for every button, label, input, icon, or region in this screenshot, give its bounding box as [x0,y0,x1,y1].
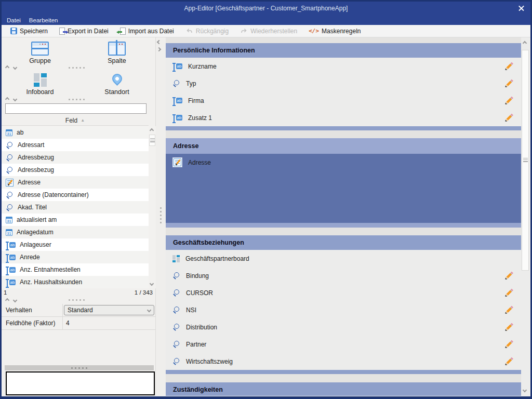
field-list-item[interactable]: Anlagedatum [2,226,149,238]
edit-pencil-icon[interactable] [503,271,514,281]
collapse-down-icon[interactable] [13,298,17,302]
palette-item-infoboard[interactable]: Infoboard [2,71,78,96]
layout-item[interactable]: Partner [166,336,521,353]
palette-item-spalte[interactable]: Spalte [78,39,155,64]
panel-splitter[interactable] [156,37,166,396]
edit-pencil-icon[interactable] [503,356,514,367]
import-button[interactable]: Import aus Datei [114,25,180,37]
drag-handle-icon[interactable] [68,299,86,301]
field-list-item[interactable]: Anz. Haushaltskunden [2,276,149,288]
lookup-field-icon [172,357,180,365]
canvas-scrollbar[interactable] [521,37,530,396]
collapse-up-icon[interactable] [5,65,9,70]
drag-handle-icon[interactable] [68,98,86,101]
layout-item[interactable]: Kurzname [166,58,521,75]
field-list-item[interactable]: Adresse [2,176,149,189]
item-label: Wirtschaftszweig [186,358,498,365]
section-header[interactable]: Persönliche Informationen [166,43,521,58]
drag-handle-icon[interactable] [159,206,162,225]
section-footer [166,126,521,130]
edit-pencil-icon[interactable] [503,78,514,89]
field-column-header[interactable]: Feld ▲ [2,115,149,126]
scroll-down-icon[interactable] [150,282,154,286]
section-body: Geschäftspartnerboard Bindung CURSOR NSI… [166,250,521,370]
field-list-item[interactable]: aktualisiert am [2,214,149,226]
edit-pencil-icon[interactable] [503,322,514,332]
field-list-item[interactable]: Adressbezug [2,164,149,176]
item-label: Distribution [186,324,498,331]
layout-item[interactable]: Firma [166,92,521,109]
menu-item-bearbeiten[interactable]: Bearbeiten [29,17,58,23]
export-button[interactable]: Export in Datei [54,25,114,37]
field-list-item[interactable]: Adressart [2,139,149,151]
preview-box[interactable] [6,371,155,395]
text-field-icon [6,267,16,273]
section-body: Adresse [166,154,521,223]
layout-item[interactable]: NSI [166,301,521,318]
edit-pencil-icon[interactable] [503,96,514,106]
address-form-icon [174,158,181,166]
sort-ascending-icon: ▲ [81,118,85,123]
scroll-up-icon[interactable] [523,41,527,45]
palette-item-standort[interactable]: Standort [78,71,155,96]
item-label: Partner [186,341,498,348]
mask-rules-button[interactable]: </> Maskenregeln [303,25,366,37]
layout-item[interactable]: Wirtschaftszweig [166,353,521,370]
collapse-down-icon[interactable] [13,97,17,101]
drag-handle-icon[interactable] [68,66,86,69]
palette-item-gruppe[interactable]: Gruppe [2,39,78,64]
layout-item[interactable]: Typ [166,75,521,92]
property-value[interactable]: 4 [63,320,156,327]
menu-item-datei[interactable]: Datei [7,17,21,23]
scrollbar-thumb[interactable] [522,50,529,271]
layout-item[interactable]: Geschäftspartnerboard [166,250,521,267]
layout-item[interactable]: Bindung [166,267,521,284]
section-header[interactable]: Adresse [166,138,521,154]
list-properties-splitter[interactable] [2,297,156,303]
property-row: Verhalten Standard [2,304,156,317]
scroll-up-icon[interactable] [150,128,154,132]
undo-label: Rückgängig [196,28,229,35]
collapse-up-icon[interactable] [5,298,9,302]
palette-label: Gruppe [29,57,51,64]
field-list-item[interactable]: Anz. Entnahmestellen [2,263,149,276]
field-list-scrollbar[interactable] [149,126,156,288]
edit-pencil-icon[interactable] [503,113,514,123]
collapse-up-icon[interactable] [5,97,9,101]
layout-item[interactable]: Adresse [166,154,521,171]
lookup-field-icon [172,323,180,331]
edit-pencil-icon[interactable] [503,61,514,72]
field-label: aktualisiert am [17,216,57,223]
collapse-down-icon[interactable] [13,65,17,70]
edit-pencil-icon[interactable] [503,288,514,298]
section-header[interactable]: Geschäftsbeziehungen [166,235,521,250]
page-left-icon[interactable] [157,40,161,44]
column-header-label: Feld [65,117,77,124]
edit-pencil-icon[interactable] [503,305,514,315]
field-label: Adressbezug [18,166,54,174]
field-list-item[interactable]: ab [2,126,149,139]
field-list-item[interactable]: Adresse (Datencontainer) [2,189,149,201]
field-search-input[interactable] [5,103,147,114]
section-header[interactable]: Zuständigkeiten [166,382,521,396]
page-right-icon[interactable] [157,47,161,51]
field-list-item[interactable]: Anrede [2,251,149,263]
field-list-item[interactable]: Adressbezug [2,151,149,164]
layout-item[interactable]: CURSOR [166,284,521,301]
app-window: App-Editor [Geschäftspartner - Customer_… [0,0,532,399]
save-button[interactable]: Speichern [5,25,54,37]
lookup-field-icon [6,204,14,211]
scroll-down-icon[interactable] [523,388,527,392]
scrollbar-thumb[interactable] [149,135,155,146]
palette-splitter[interactable] [2,64,155,71]
edit-pencil-icon[interactable] [503,339,514,350]
layout-item[interactable]: Zusatz 1 [166,109,521,126]
palette-splitter[interactable] [2,96,155,102]
verhalten-dropdown[interactable]: Standard [64,305,154,315]
field-list-item[interactable]: Akad. Titel [2,201,149,214]
close-icon[interactable] [517,4,526,13]
field-list-item[interactable]: Anlageuser [2,238,149,251]
field-label: ab [17,129,23,136]
bottom-splitter[interactable] [5,365,154,370]
layout-item[interactable]: Distribution [166,318,521,336]
